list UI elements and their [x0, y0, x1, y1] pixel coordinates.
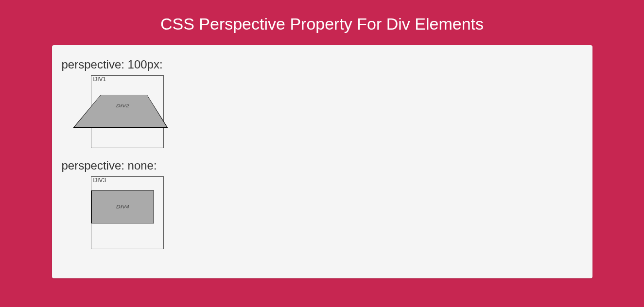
- div2-label: DIV2: [115, 104, 129, 108]
- div3-no-perspective-container: DIV3 DIV4: [91, 176, 164, 249]
- example2-label: perspective: none:: [62, 159, 583, 172]
- div2-transformed-box: DIV2: [72, 95, 167, 128]
- div3-label: DIV3: [91, 176, 108, 185]
- div4-label: DIV4: [116, 205, 129, 209]
- div4-transformed-box: DIV4: [91, 190, 154, 223]
- div1-perspective-container: DIV1 DIV2: [91, 75, 164, 148]
- code-demo-panel: perspective: 100px: DIV1 DIV2 perspectiv…: [52, 45, 592, 278]
- example1-label: perspective: 100px:: [62, 58, 583, 71]
- page-title: CSS Perspective Property For Div Element…: [0, 0, 644, 45]
- div1-label: DIV1: [91, 75, 108, 84]
